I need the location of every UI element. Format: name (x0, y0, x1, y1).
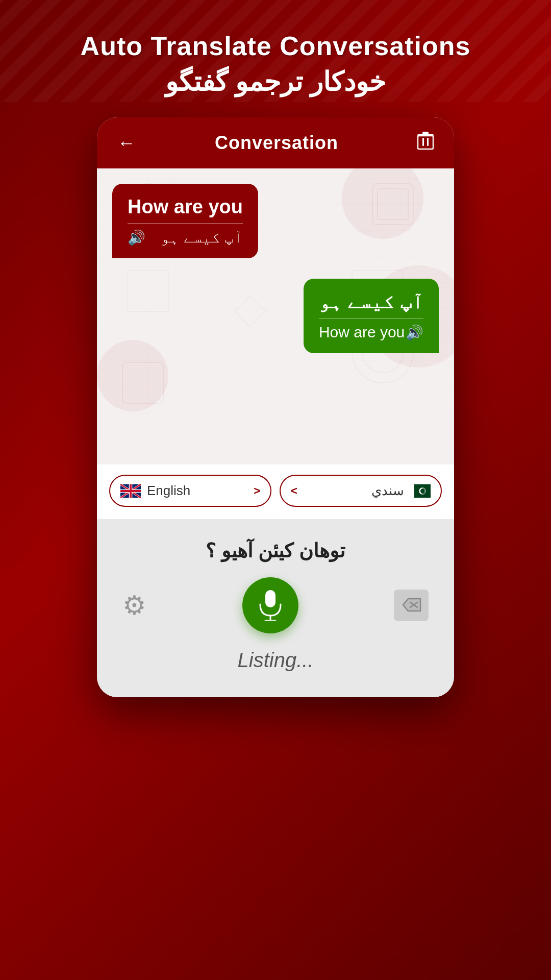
svg-rect-17 (410, 484, 414, 498)
app-title-urdu: خودکار ترجمو گفتگو (165, 66, 386, 97)
left-message-secondary-text: آپ کیسے ہو (161, 229, 243, 246)
backspace-button[interactable] (394, 590, 429, 621)
left-speaker-icon[interactable]: 🔊 (128, 229, 145, 246)
uk-flag-icon (120, 484, 141, 498)
sindhi-chevron-icon: > (291, 484, 297, 498)
phone-mockup: ← Conversation (97, 117, 454, 697)
english-lang-label: English (147, 483, 190, 499)
english-lang-inner: English (120, 483, 190, 499)
right-message-secondary-text: How are you (319, 324, 405, 341)
sindhi-language-button[interactable]: سندي > (280, 475, 442, 507)
message-right: آپ کیسے ہو How are you 🔊 (112, 279, 439, 353)
message-left: How are you آپ کیسے ہو 🔊 (112, 184, 439, 258)
settings-icon[interactable]: ⚙ (122, 590, 146, 621)
svg-rect-9 (122, 362, 163, 403)
back-button[interactable]: ← (117, 132, 136, 154)
left-message-main-text: How are you (128, 196, 243, 218)
svg-rect-1 (422, 138, 424, 146)
svg-rect-2 (427, 138, 429, 146)
chat-area: How are you آپ کیسے ہو 🔊 آپ کیسے ہو How … (97, 168, 454, 464)
svg-rect-20 (265, 590, 276, 607)
pakistan-flag-icon (410, 484, 431, 498)
english-chevron-icon: > (254, 484, 260, 498)
conversation-title: Conversation (215, 132, 338, 154)
bottom-panel: توهان كيئن آهيو ؟ ⚙ (97, 519, 454, 697)
app-title-english: Auto Translate Conversations (81, 31, 471, 61)
mic-icon (258, 590, 283, 621)
right-message-main-text: آپ کیسے ہو (319, 291, 423, 313)
bubble-red: How are you آپ کیسے ہو 🔊 (112, 184, 258, 258)
bubble-green: آپ کیسے ہو How are you 🔊 (304, 279, 439, 353)
english-language-button[interactable]: English > (109, 475, 271, 507)
delete-conversation-button[interactable] (417, 132, 434, 154)
sindhi-lang-inner: سندي (371, 483, 431, 499)
svg-rect-0 (418, 136, 433, 149)
language-selector-row: English > سندي > (97, 464, 454, 519)
recognized-text: توهان كيئن آهيو ؟ (206, 540, 345, 562)
right-speaker-icon[interactable]: 🔊 (406, 324, 423, 341)
conversation-header: ← Conversation (97, 117, 454, 168)
microphone-button[interactable] (242, 577, 298, 633)
svg-rect-4 (422, 132, 429, 135)
sindhi-lang-label: سندي (371, 483, 404, 499)
listing-status: Listing... (238, 649, 314, 672)
mic-row: ⚙ (112, 577, 439, 633)
